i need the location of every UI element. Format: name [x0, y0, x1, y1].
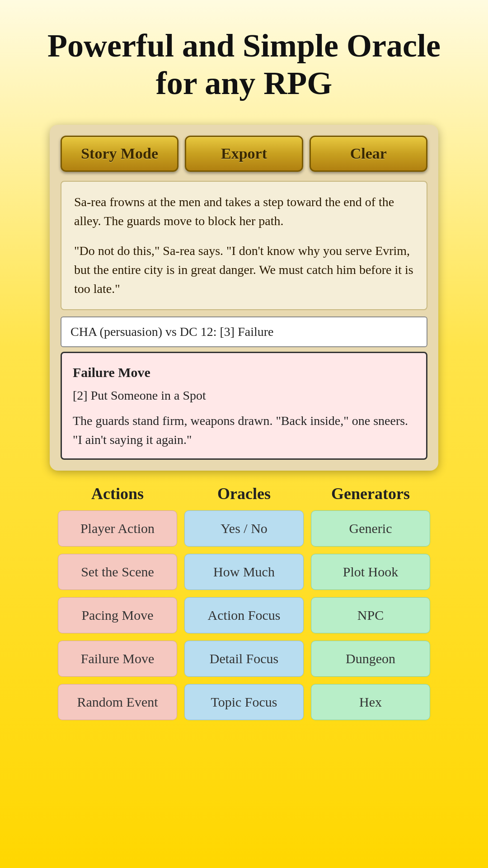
yes-no-button[interactable]: Yes / No: [184, 510, 304, 547]
how-much-button[interactable]: How Much: [184, 554, 304, 590]
clear-button[interactable]: Clear: [310, 136, 427, 172]
action-focus-button[interactable]: Action Focus: [184, 597, 304, 633]
btn-grid-row-1: Player Action Yes / No Generic: [54, 510, 434, 547]
bottom-section: Actions Oracles Generators Player Action…: [50, 484, 438, 727]
failure-title: Failure Move: [73, 362, 415, 382]
grid-headers: Actions Oracles Generators: [54, 484, 434, 503]
set-the-scene-button[interactable]: Set the Scene: [58, 554, 177, 590]
col-header-actions: Actions: [58, 484, 177, 503]
random-event-button[interactable]: Random Event: [58, 684, 177, 720]
btn-grid-row-3: Pacing Move Action Focus NPC: [54, 597, 434, 633]
failure-move-button[interactable]: Failure Move: [58, 641, 177, 677]
story-mode-button[interactable]: Story Mode: [61, 136, 178, 172]
btn-grid-row-5: Random Event Topic Focus Hex: [54, 684, 434, 720]
story-paragraph-2: "Do not do this," Sa-rea says. "I don't …: [74, 241, 414, 298]
export-button[interactable]: Export: [185, 136, 303, 172]
top-buttons-row: Story Mode Export Clear: [61, 136, 427, 172]
story-text-area: Sa-rea frowns at the men and takes a ste…: [61, 181, 427, 310]
col-header-generators: Generators: [311, 484, 430, 503]
btn-grid-row-4: Failure Move Detail Focus Dungeon: [54, 641, 434, 677]
failure-box: Failure Move [2] Put Someone in a Spot T…: [61, 352, 427, 460]
btn-grid-row-2: Set the Scene How Much Plot Hook: [54, 554, 434, 590]
generic-button[interactable]: Generic: [311, 510, 430, 547]
npc-button[interactable]: NPC: [311, 597, 430, 633]
col-header-oracles: Oracles: [184, 484, 304, 503]
plot-hook-button[interactable]: Plot Hook: [311, 554, 430, 590]
pacing-move-button[interactable]: Pacing Move: [58, 597, 177, 633]
topic-focus-button[interactable]: Topic Focus: [184, 684, 304, 720]
detail-focus-button[interactable]: Detail Focus: [184, 641, 304, 677]
main-card: Story Mode Export Clear Sa-rea frowns at…: [50, 125, 438, 471]
failure-body: The guards stand firm, weapons drawn. "B…: [73, 411, 415, 449]
roll-result: CHA (persuasion) vs DC 12: [3] Failure: [61, 316, 427, 347]
page-title: Powerful and Simple Oracle for any RPG: [0, 0, 488, 125]
story-paragraph-1: Sa-rea frowns at the men and takes a ste…: [74, 193, 414, 231]
failure-sub: [2] Put Someone in a Spot: [73, 386, 415, 405]
player-action-button[interactable]: Player Action: [58, 510, 177, 547]
hex-button[interactable]: Hex: [311, 684, 430, 720]
dungeon-button[interactable]: Dungeon: [311, 641, 430, 677]
